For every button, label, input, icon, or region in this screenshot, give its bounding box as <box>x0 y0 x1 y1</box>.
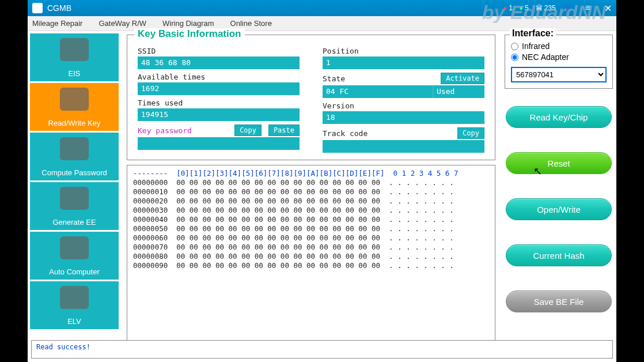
ssid-value: 48 36 68 80 <box>138 56 300 69</box>
sidebar-label: EIS <box>69 69 81 78</box>
keypw-label: Key password <box>138 126 192 135</box>
menu-mileage-repair[interactable]: Mileage Repair <box>32 19 82 28</box>
hex-row: 00000040 00 00 00 00 00 00 00 00 00 00 0… <box>133 215 454 224</box>
copy-button[interactable]: Copy <box>234 125 262 136</box>
keypw-value <box>138 137 300 150</box>
used-value: 194915 <box>138 108 300 121</box>
sidebar-item-eis[interactable]: EIS <box>30 33 119 81</box>
sidebar-item-auto-computer[interactable]: Auto Computer <box>30 232 119 280</box>
hex-row: 00000010 00 00 00 00 00 00 00 00 00 00 0… <box>133 187 454 196</box>
hex-row: 00000000 00 00 00 00 00 00 00 00 00 00 0… <box>133 178 454 187</box>
title-bar: ≡ CGMB ♦1 ♦5 🏛235 👤 ≡ ✕ <box>28 0 616 16</box>
user-avatar-icon[interactable]: 👤 <box>563 4 571 12</box>
sidebar-label: ELV <box>67 317 81 326</box>
app-logo-icon: ≡ <box>32 3 43 13</box>
stat-green: ♦5 <box>520 4 529 12</box>
interface-title: Interface: <box>510 28 556 39</box>
hex-viewer[interactable]: -------- [0][1][2][3][4][5][6][7][8][9][… <box>127 165 495 359</box>
avail-value: 1692 <box>138 82 300 95</box>
reset-button[interactable]: Reset <box>506 152 612 174</box>
menu-icon[interactable]: ≡ <box>585 3 590 13</box>
open-write-button[interactable]: Open/Write <box>506 198 612 220</box>
key-info-panel: Key Basic Information SSID 48 36 68 80 A… <box>127 35 495 160</box>
adapter-select[interactable]: 567897041 <box>511 67 607 82</box>
stat-currency: 🏛235 <box>536 4 556 12</box>
menu-online-store[interactable]: Online Store <box>230 19 272 28</box>
sidebar-label: Compute Password <box>41 168 107 177</box>
hex-row: 00000070 00 00 00 00 00 00 00 00 00 00 0… <box>133 243 454 251</box>
avail-label: Available times <box>138 73 300 81</box>
radio-infrared[interactable]: Infrared <box>511 42 607 51</box>
track-value <box>323 140 484 153</box>
key-info-title: Key Basic Information <box>134 28 245 40</box>
sidebar-label: Generate EE <box>52 218 96 227</box>
hex-row: 00000050 00 00 00 00 00 00 00 00 00 00 0… <box>133 224 454 233</box>
hex-row: 00000030 00 00 00 00 00 00 00 00 00 00 0… <box>133 206 454 214</box>
sidebar-item-read-write-key[interactable]: Read/Write Key <box>30 83 119 131</box>
interface-panel: Interface: Infrared NEC Adapter 56789704… <box>505 35 613 89</box>
right-panel: Interface: Infrared NEC Adapter 56789704… <box>501 31 616 362</box>
used-label: Times used <box>138 99 300 107</box>
sidebar-item-compute-password[interactable]: Compute Password <box>30 133 119 180</box>
menu-gateway-rw[interactable]: GateWay R/W <box>99 19 146 28</box>
computer-icon <box>60 236 89 259</box>
elv-icon <box>60 286 89 309</box>
password-icon <box>60 137 89 160</box>
status-bar: Read success! <box>31 340 613 359</box>
stat-red: ♦1 <box>503 4 513 12</box>
pos-label: Position <box>323 47 484 55</box>
generate-icon <box>60 187 89 210</box>
eis-icon <box>60 38 89 61</box>
pos-value: 1 <box>323 56 484 69</box>
menu-wiring-diagram[interactable]: Wiring Diagram <box>162 19 214 28</box>
paste-button[interactable]: Paste <box>268 125 300 136</box>
app-title: CGMB <box>47 3 503 13</box>
sidebar-label: Auto Computer <box>49 267 99 276</box>
hex-header: -------- [0][1][2][3][4][5][6][7][8][9][… <box>133 169 458 178</box>
hex-row: 00000060 00 00 00 00 00 00 00 00 00 00 0… <box>133 233 454 242</box>
sidebar-label: Read/Write Key <box>48 119 101 127</box>
ssid-label: SSID <box>138 47 300 55</box>
current-hash-button[interactable]: Current Hash <box>506 244 612 266</box>
ver-label: Version <box>323 101 484 110</box>
state-used-value: Used <box>433 85 484 98</box>
track-label: Track code <box>323 129 368 138</box>
sidebar-item-elv[interactable]: ELV <box>30 281 119 329</box>
sidebar: EIS Read/Write Key Compute Password Gene… <box>28 31 121 362</box>
key-icon <box>60 88 89 111</box>
ver-value: 18 <box>323 111 484 124</box>
hex-row: 00000020 00 00 00 00 00 00 00 00 00 00 0… <box>133 197 454 205</box>
state-value: 04 FC <box>323 85 433 98</box>
hex-row: 00000080 00 00 00 00 00 00 00 00 00 00 0… <box>133 252 454 261</box>
close-icon[interactable]: ✕ <box>604 3 612 14</box>
hex-row: 00000090 00 00 00 00 00 00 00 00 00 00 0… <box>133 261 454 270</box>
state-label: State <box>323 74 345 83</box>
sidebar-item-generate-ee[interactable]: Generate EE <box>30 182 119 230</box>
activate-button[interactable]: Activate <box>441 73 484 84</box>
read-key-chip-button[interactable]: Read Key/Chip <box>506 106 612 128</box>
track-copy-button[interactable]: Copy <box>457 127 484 139</box>
radio-nec-adapter[interactable]: NEC Adapter <box>511 52 607 62</box>
save-be-file-button[interactable]: Save BE File <box>506 291 612 312</box>
